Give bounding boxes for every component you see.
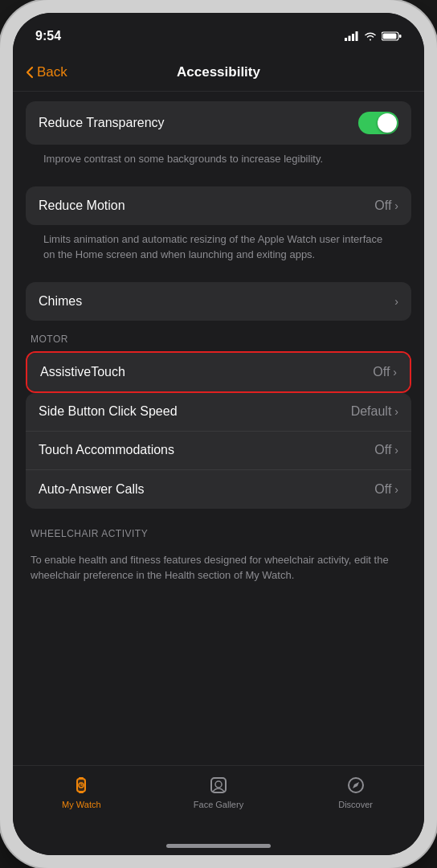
reduce-motion-section: Reduce Motion Off › Limits animation and… (26, 186, 411, 276)
content-area: Reduce Transparency Improve contrast on … (13, 92, 424, 765)
my-watch-icon (70, 774, 92, 796)
discover-tab-label: Discover (338, 800, 373, 809)
chimes-chevron: › (394, 295, 398, 308)
motor-section-label: MOTOR (26, 321, 411, 351)
back-button[interactable]: Back (26, 64, 67, 80)
face-gallery-tab-label: Face Gallery (194, 800, 243, 809)
tab-discover[interactable]: Discover (324, 774, 388, 809)
reduce-motion-value: Off › (374, 199, 398, 213)
status-time: 9:54 (35, 29, 61, 43)
tab-bar: My Watch Face Gallery (13, 765, 424, 836)
svg-rect-1 (349, 36, 351, 42)
svg-point-15 (215, 781, 222, 788)
svg-marker-17 (353, 782, 359, 788)
chimes-label: Chimes (39, 294, 394, 309)
wheelchair-description: To enable health and fitness features de… (26, 546, 411, 596)
reduce-motion-chevron: › (394, 199, 398, 212)
back-label: Back (37, 64, 67, 80)
wifi-icon (364, 31, 377, 41)
auto-answer-label: Auto-Answer Calls (39, 482, 374, 497)
discover-icon (345, 774, 367, 796)
discover-svg (345, 774, 367, 796)
svg-rect-5 (399, 35, 402, 38)
touch-accommodations-label: Touch Accommodations (39, 443, 374, 457)
face-gallery-svg (207, 774, 230, 796)
battery-icon (382, 31, 402, 41)
tab-face-gallery[interactable]: Face Gallery (186, 774, 251, 809)
home-indicator (13, 836, 424, 855)
auto-answer-row[interactable]: Auto-Answer Calls Off › (26, 470, 411, 509)
status-icons (345, 31, 402, 41)
side-button-chevron: › (394, 405, 398, 418)
tab-my-watch[interactable]: My Watch (49, 774, 113, 809)
reduce-transparency-label: Reduce Transparency (39, 116, 358, 130)
back-chevron-icon (26, 66, 34, 79)
svg-rect-0 (345, 38, 347, 41)
side-button-value: Default › (351, 404, 398, 419)
assistivetouch-label: AssistiveTouch (40, 365, 373, 379)
touch-accommodations-chevron: › (394, 444, 398, 457)
phone-screen: 9:54 (13, 13, 424, 855)
reduce-motion-card: Reduce Motion Off › (26, 186, 411, 225)
my-watch-tab-label: My Watch (62, 800, 101, 809)
chimes-card: Chimes › (26, 282, 411, 321)
assistivetouch-chevron: › (393, 366, 397, 379)
reduce-transparency-desc: Improve contrast on some backgrounds to … (26, 145, 411, 180)
reduce-motion-label: Reduce Motion (39, 199, 374, 213)
auto-answer-chevron: › (394, 483, 398, 496)
home-bar (166, 844, 271, 848)
wheelchair-section: WHEELCHAIR ACTIVITY To enable health and… (26, 515, 411, 596)
status-bar: 9:54 (13, 13, 424, 53)
signal-icon (345, 31, 359, 41)
side-button-row[interactable]: Side Button Click Speed Default › (26, 393, 411, 432)
chimes-section: Chimes › (26, 282, 411, 321)
touch-accommodations-value: Off › (374, 443, 398, 457)
watch-icon (70, 774, 92, 796)
wheelchair-section-label: WHEELCHAIR ACTIVITY (26, 515, 411, 546)
motor-rows-card: Side Button Click Speed Default › Touch … (26, 393, 411, 509)
toggle-knob (378, 113, 397, 133)
motor-rows-section: Side Button Click Speed Default › Touch … (26, 393, 411, 509)
reduce-motion-row[interactable]: Reduce Motion Off › (26, 186, 411, 225)
reduce-transparency-row[interactable]: Reduce Transparency (26, 101, 411, 145)
nav-bar: Back Accessibility (13, 53, 424, 92)
reduce-transparency-toggle[interactable] (358, 112, 398, 134)
phone-shell: 9:54 (0, 0, 437, 868)
auto-answer-value: Off › (374, 482, 398, 497)
reduce-transparency-card: Reduce Transparency (26, 101, 411, 145)
chimes-row[interactable]: Chimes › (26, 282, 411, 321)
motor-section: MOTOR (26, 321, 411, 351)
svg-rect-6 (383, 34, 397, 39)
svg-rect-2 (352, 34, 354, 41)
assistivetouch-value: Off › (373, 365, 397, 379)
face-gallery-icon (207, 774, 230, 796)
chimes-chevron-area: › (394, 295, 398, 308)
side-button-label: Side Button Click Speed (39, 404, 351, 419)
reduce-motion-desc: Limits animation and automatic resizing … (26, 225, 411, 276)
touch-accommodations-row[interactable]: Touch Accommodations Off › (26, 432, 411, 470)
reduce-transparency-section: Reduce Transparency Improve contrast on … (26, 101, 411, 180)
assistivetouch-row[interactable]: AssistiveTouch Off › (27, 353, 410, 391)
nav-title: Accessibility (177, 64, 260, 80)
assistivetouch-highlight: AssistiveTouch Off › (26, 351, 411, 393)
assistivetouch-wrapper: AssistiveTouch Off › (13, 351, 424, 393)
svg-rect-3 (356, 31, 358, 41)
